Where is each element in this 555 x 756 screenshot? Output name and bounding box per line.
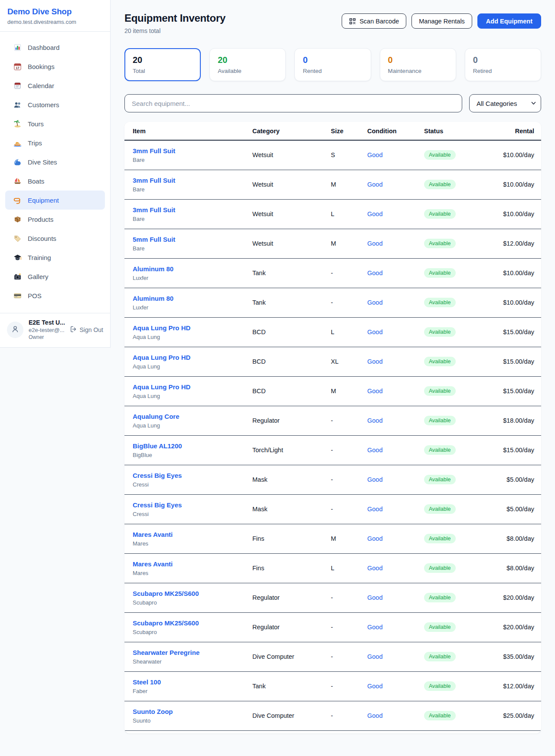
table-row: Aluminum 80 Luxfer Tank - Good Available… <box>124 259 541 288</box>
sidebar-item-equipment[interactable]: Equipment <box>5 191 105 210</box>
sidebar-item-trips[interactable]: Trips <box>5 133 105 152</box>
condition-link[interactable]: Good <box>367 565 382 572</box>
item-name-link[interactable]: Aqua Lung Pro HD <box>133 383 190 391</box>
condition-link[interactable]: Good <box>367 210 382 217</box>
item-name-link[interactable]: Aluminum 80 <box>133 265 173 273</box>
item-name-link[interactable]: Aluminum 80 <box>133 295 173 302</box>
condition-cell: Good <box>367 682 424 690</box>
category-cell: BCD <box>252 388 331 394</box>
item-name-link[interactable]: BigBlue AL1200 <box>133 442 182 450</box>
condition-link[interactable]: Good <box>367 712 382 719</box>
status-badge: Available <box>424 416 456 425</box>
sidebar-item-pos[interactable]: POS <box>5 286 105 305</box>
status-cell: Available <box>424 652 486 661</box>
condition-link[interactable]: Good <box>367 151 382 158</box>
table-row: 3mm Full Suit Bare Wetsuit M Good Availa… <box>124 170 541 200</box>
sidebar-item-customers[interactable]: Customers <box>5 95 105 114</box>
category-cell: Dive Computer <box>252 712 331 719</box>
size-cell: L <box>331 210 367 217</box>
condition-link[interactable]: Good <box>367 240 382 247</box>
item-name-link[interactable]: 5mm Full Suit <box>133 236 175 243</box>
item-brand: Scubapro <box>133 599 252 606</box>
scan-barcode-button[interactable]: Scan Barcode <box>342 13 406 29</box>
item-brand: BigBlue <box>133 452 252 458</box>
status-cell: Available <box>424 475 486 484</box>
condition-link[interactable]: Good <box>367 417 382 424</box>
sidebar-item-training[interactable]: Training <box>5 248 105 267</box>
item-cell: Steel 100 Faber <box>133 678 252 694</box>
stat-value: 0 <box>303 55 362 65</box>
condition-link[interactable]: Good <box>367 329 382 335</box>
item-cell: Suunto Zoop Suunto <box>133 708 252 724</box>
condition-link[interactable]: Good <box>367 683 382 690</box>
size-cell: - <box>331 299 367 306</box>
condition-link[interactable]: Good <box>367 299 382 306</box>
item-name-link[interactable]: Cressi Big Eyes <box>133 472 182 479</box>
item-name-link[interactable]: Mares Avanti <box>133 531 173 538</box>
category-select[interactable]: All Categories <box>469 94 541 112</box>
item-name-link[interactable]: Scubapro MK25/S600 <box>133 590 199 597</box>
sidebar-item-dive-sites[interactable]: Dive Sites <box>5 152 105 171</box>
item-name-link[interactable]: 3mm Full Suit <box>133 206 175 214</box>
sign-out-label: Sign Out <box>80 326 103 333</box>
sidebar-item-dashboard[interactable]: Dashboard <box>5 38 105 57</box>
sidebar-item-boats[interactable]: Boats <box>5 171 105 191</box>
tag-icon <box>13 234 22 243</box>
condition-link[interactable]: Good <box>367 594 382 601</box>
sidebar-item-discounts[interactable]: Discounts <box>5 229 105 248</box>
item-name-link[interactable]: Steel 100 <box>133 678 161 686</box>
item-name-link[interactable]: Suunto Zoop <box>133 708 173 715</box>
condition-link[interactable]: Good <box>367 624 382 631</box>
item-name-link[interactable]: 3mm Full Suit <box>133 147 175 154</box>
manage-rentals-button[interactable]: Manage Rentals <box>411 13 472 29</box>
package-icon <box>13 215 22 224</box>
add-equipment-label: Add Equipment <box>486 18 532 25</box>
item-cell: Scubapro MK25/S600 Scubapro <box>133 590 252 606</box>
add-equipment-button[interactable]: Add Equipment <box>477 13 541 29</box>
status-cell: Available <box>424 681 486 691</box>
sign-out-button[interactable]: Sign Out <box>70 325 103 334</box>
stat-card-rented[interactable]: 0 Rented <box>294 48 371 81</box>
stat-card-maintenance[interactable]: 0 Maintenance <box>380 48 456 81</box>
size-cell: - <box>331 653 367 660</box>
status-cell: Available <box>424 386 486 396</box>
status-cell: Available <box>424 622 486 632</box>
item-name-link[interactable]: Cressi Big Eyes <box>133 501 182 509</box>
status-badge: Available <box>424 504 456 514</box>
condition-link[interactable]: Good <box>367 181 382 188</box>
item-name-link[interactable]: Scubapro MK25/S600 <box>133 619 199 627</box>
search-input[interactable] <box>124 94 462 112</box>
sidebar-item-tours[interactable]: Tours <box>5 114 105 133</box>
stat-card-total[interactable]: 20 Total <box>124 48 201 81</box>
stat-card-available[interactable]: 20 Available <box>209 48 286 81</box>
size-cell: S <box>331 151 367 158</box>
item-name-link[interactable]: Aqualung Core <box>133 413 180 420</box>
condition-link[interactable]: Good <box>367 476 382 483</box>
condition-link[interactable]: Good <box>367 388 382 394</box>
condition-link[interactable]: Good <box>367 506 382 513</box>
item-name-link[interactable]: Mares Avanti <box>133 560 173 568</box>
sidebar-item-gallery[interactable]: Gallery <box>5 267 105 286</box>
item-brand: Luxfer <box>133 304 252 311</box>
item-name-link[interactable]: Aqua Lung Pro HD <box>133 324 190 332</box>
category-cell: Tank <box>252 683 331 690</box>
sidebar-item-bookings[interactable]: 17 Bookings <box>5 57 105 76</box>
item-name-link[interactable]: Shearwater Peregrine <box>133 649 199 656</box>
condition-cell: Good <box>367 653 424 661</box>
condition-link[interactable]: Good <box>367 653 382 660</box>
sidebar-item-products[interactable]: Products <box>5 210 105 229</box>
condition-link[interactable]: Good <box>367 447 382 454</box>
user-name: E2E Test U... <box>29 319 65 326</box>
stat-card-retired[interactable]: 0 Retired <box>465 48 541 81</box>
rental-price: $12.00/day <box>486 683 534 690</box>
condition-link[interactable]: Good <box>367 535 382 542</box>
condition-link[interactable]: Good <box>367 358 382 365</box>
page-header: Equipment Inventory 20 items total Scan … <box>124 12 541 34</box>
item-name-link[interactable]: Aqua Lung Pro HD <box>133 354 190 361</box>
status-badge: Available <box>424 622 456 632</box>
sidebar-item-calendar[interactable]: Calendar <box>5 76 105 95</box>
condition-link[interactable]: Good <box>367 270 382 276</box>
status-cell: Available <box>424 327 486 337</box>
item-name-link[interactable]: 3mm Full Suit <box>133 177 175 184</box>
table-row: Steel 100 Faber Tank - Good Available $1… <box>124 672 541 701</box>
